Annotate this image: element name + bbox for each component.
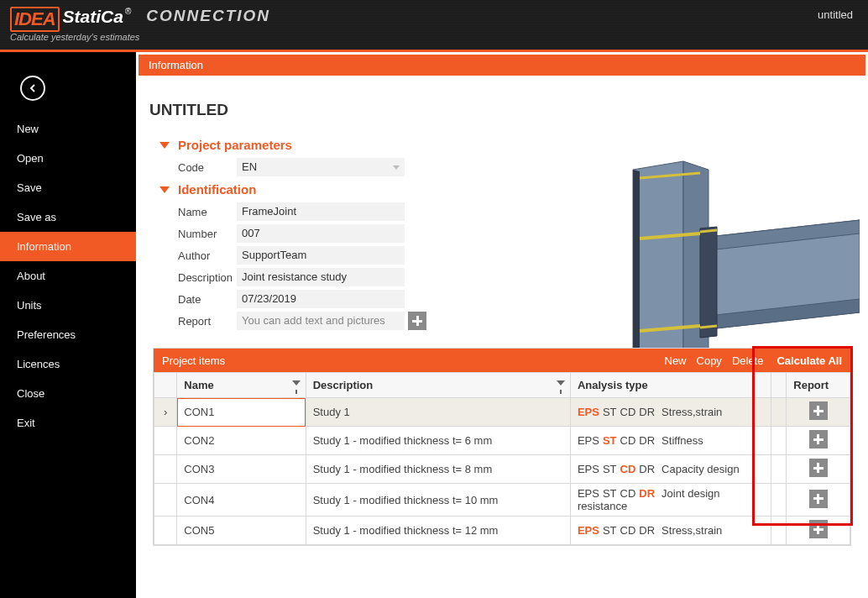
cell-description[interactable]: Study 1 - modified thickness t= 6 mm <box>306 427 570 455</box>
cell-description[interactable]: Study 1 <box>306 398 570 427</box>
row-expand-icon[interactable] <box>154 455 177 484</box>
cell-analysis-type[interactable]: EPSSTCDDRCapacity design <box>570 455 771 484</box>
col-gap <box>771 373 787 398</box>
field-name[interactable]: FrameJoint <box>237 202 405 221</box>
label-author: Author <box>178 249 237 262</box>
col-description[interactable]: Description <box>306 373 570 398</box>
row-expand-icon[interactable]: › <box>154 398 177 427</box>
cell-analysis-type[interactable]: EPSSTCDDRStiffness <box>570 427 771 455</box>
cell-analysis-type[interactable]: EPSSTCDDRJoint design resistance <box>570 484 771 517</box>
cell-description[interactable]: Study 1 - modified thickness t= 8 mm <box>306 455 570 484</box>
field-date[interactable]: 07/23/2019 <box>237 290 405 308</box>
cell-analysis-type[interactable]: EPSSTCDDRStress,strain <box>570 517 771 545</box>
col-name[interactable]: Name <box>177 373 306 398</box>
add-report-button[interactable] <box>809 430 828 448</box>
add-report-button[interactable] <box>408 312 426 330</box>
row-expand-icon[interactable] <box>154 484 177 517</box>
col-report[interactable]: Report <box>787 373 850 398</box>
add-report-button[interactable] <box>809 401 828 420</box>
sidebar: NewOpenSaveSave asInformationAboutUnitsP… <box>0 52 136 598</box>
section-project-parameters[interactable]: Project parameters <box>159 138 860 152</box>
sidebar-item-preferences[interactable]: Preferences <box>0 320 136 349</box>
field-report[interactable]: You can add text and pictures <box>237 312 405 330</box>
sidebar-item-save-as[interactable]: Save as <box>0 202 136 232</box>
calculate-all-button[interactable]: Calculate All <box>776 354 842 367</box>
col-expand <box>154 373 177 398</box>
col-analysis-type[interactable]: Analysis type <box>570 373 771 398</box>
logo-product: StatiCa <box>63 7 123 27</box>
delete-item-button[interactable]: Delete <box>732 354 764 367</box>
project-items-header: Project items New Copy Delete Calculate … <box>154 349 850 372</box>
field-description[interactable]: Joint resistance study <box>237 268 405 286</box>
cell-gap <box>771 427 787 455</box>
table-row[interactable]: CON2Study 1 - modified thickness t= 6 mm… <box>154 427 850 455</box>
sidebar-item-about[interactable]: About <box>0 261 136 291</box>
label-date: Date <box>178 293 237 306</box>
sidebar-item-open[interactable]: Open <box>0 144 136 173</box>
svg-marker-2 <box>633 170 640 371</box>
cell-name[interactable]: CON4 <box>177 484 306 517</box>
sidebar-item-new[interactable]: New <box>0 114 136 144</box>
field-author[interactable]: SupportTeam <box>237 246 405 265</box>
section-title: Identification <box>178 182 256 197</box>
cell-report <box>787 398 850 427</box>
cell-gap <box>771 517 787 545</box>
new-item-button[interactable]: New <box>665 354 687 367</box>
row-expand-icon[interactable] <box>154 517 177 545</box>
filter-icon[interactable] <box>292 380 301 386</box>
back-button[interactable] <box>20 76 45 101</box>
sidebar-item-exit[interactable]: Exit <box>0 408 136 438</box>
table-row[interactable]: CON5Study 1 - modified thickness t= 12 m… <box>154 517 850 545</box>
cell-name[interactable]: CON1 <box>177 398 306 427</box>
cell-gap <box>771 455 787 484</box>
project-items-panel: Project items New Copy Delete Calculate … <box>153 348 851 546</box>
chevron-down-icon <box>393 165 400 170</box>
page-title: UNTITLED <box>149 101 860 119</box>
cell-name[interactable]: CON2 <box>177 427 306 455</box>
cell-report <box>787 517 850 545</box>
table-row[interactable]: CON4Study 1 - modified thickness t= 10 m… <box>154 484 850 517</box>
project-items-title: Project items <box>162 354 655 367</box>
cell-analysis-type[interactable]: EPSSTCDDRStress,strain <box>570 398 771 427</box>
cell-gap <box>771 484 787 517</box>
label-name: Name <box>178 206 237 218</box>
logo-brand: IDEA <box>10 7 60 32</box>
add-report-button[interactable] <box>809 459 828 477</box>
filter-icon[interactable] <box>557 380 565 386</box>
label-report: Report <box>178 315 237 328</box>
sidebar-item-licences[interactable]: Licences <box>0 349 136 379</box>
label-code: Code <box>178 161 237 174</box>
sidebar-item-units[interactable]: Units <box>0 291 136 320</box>
cell-name[interactable]: CON5 <box>177 517 306 545</box>
row-expand-icon[interactable] <box>154 427 177 455</box>
field-code[interactable]: EN <box>237 158 405 176</box>
cell-description[interactable]: Study 1 - modified thickness t= 10 mm <box>306 484 570 517</box>
app-header: IDEA StatiCa ® CONNECTION Calculate yest… <box>0 0 868 52</box>
copy-item-button[interactable]: Copy <box>697 354 722 367</box>
project-name-label: untitled <box>818 8 853 21</box>
info-bar: Information <box>139 55 865 76</box>
table-row[interactable]: CON3Study 1 - modified thickness t= 8 mm… <box>154 455 850 484</box>
svg-marker-6 <box>700 227 717 338</box>
cell-report <box>787 427 850 455</box>
sidebar-item-information[interactable]: Information <box>0 232 136 261</box>
table-row[interactable]: ›CON1Study 1EPSSTCDDRStress,strain <box>154 398 850 427</box>
cell-name[interactable]: CON3 <box>177 455 306 484</box>
cell-description[interactable]: Study 1 - modified thickness t= 12 mm <box>306 517 570 545</box>
tagline: Calculate yesterday's estimates <box>10 32 139 42</box>
svg-marker-0 <box>633 161 683 371</box>
label-description: Description <box>178 271 237 284</box>
section-title: Project parameters <box>178 138 292 152</box>
field-number[interactable]: 007 <box>237 224 405 243</box>
logo-app: CONNECTION <box>146 7 270 25</box>
sidebar-item-save[interactable]: Save <box>0 173 136 202</box>
collapse-icon <box>159 142 170 149</box>
add-report-button[interactable] <box>809 490 828 508</box>
chevron-left-icon <box>29 84 37 92</box>
svg-line-10 <box>700 230 717 232</box>
main-area: Information UNTITLED Project parameters … <box>136 52 868 598</box>
label-number: Number <box>178 228 237 240</box>
add-report-button[interactable] <box>809 520 828 538</box>
svg-line-11 <box>700 326 717 328</box>
sidebar-item-close[interactable]: Close <box>0 379 136 408</box>
